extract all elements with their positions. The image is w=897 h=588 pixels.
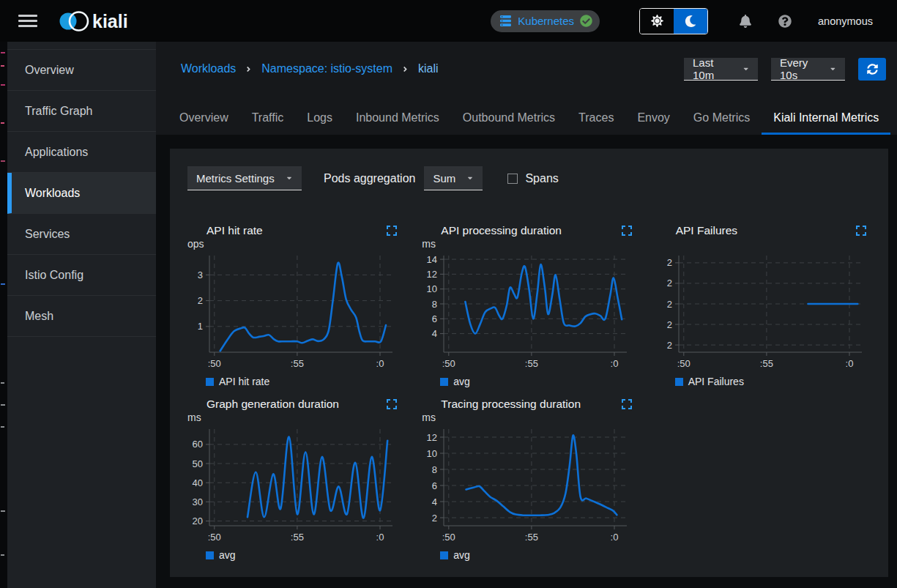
sidebar-item-overview[interactable]: Overview bbox=[7, 50, 156, 91]
legend-swatch bbox=[675, 378, 683, 386]
chart-title: API hit rate bbox=[206, 224, 263, 237]
svg-text:6: 6 bbox=[432, 313, 437, 324]
chart-plot-area: 12108642:50:55:0 bbox=[422, 425, 636, 548]
pods-aggregation-select[interactable]: Sum bbox=[424, 166, 483, 190]
cluster-name-label: Kubernetes bbox=[518, 15, 574, 27]
chart-unit-label bbox=[657, 239, 871, 251]
expand-chart-button[interactable] bbox=[622, 226, 632, 236]
sidebar-item-label: Overview bbox=[25, 64, 74, 77]
svg-text::55: :55 bbox=[291, 532, 304, 543]
sidebar-item-label: Workloads bbox=[25, 187, 80, 200]
chart-legend[interactable]: avg bbox=[440, 548, 636, 562]
chart-plot-area: 22222:50:55:0 bbox=[657, 251, 871, 374]
cluster-icon bbox=[499, 15, 512, 27]
tab-traces[interactable]: Traces bbox=[567, 101, 625, 135]
refresh-interval-value: Every 10s bbox=[780, 56, 822, 81]
tab-go-metrics[interactable]: Go Metrics bbox=[682, 101, 762, 135]
sidebar-item-label: Istio Config bbox=[25, 269, 83, 282]
metrics-settings-label: Metrics Settings bbox=[196, 172, 275, 185]
dark-theme-button[interactable] bbox=[674, 9, 707, 34]
legend-swatch bbox=[206, 378, 214, 386]
sidebar-item-label: Mesh bbox=[25, 310, 53, 323]
svg-text:1: 1 bbox=[198, 321, 203, 332]
pods-aggregation-value: Sum bbox=[433, 172, 455, 185]
tab-overview[interactable]: Overview bbox=[168, 101, 240, 135]
tab-inbound-metrics[interactable]: Inbound Metrics bbox=[344, 101, 451, 135]
svg-text::55: :55 bbox=[525, 358, 538, 369]
legend-swatch bbox=[440, 551, 448, 559]
svg-text:8: 8 bbox=[432, 464, 437, 475]
sun-icon bbox=[651, 15, 663, 27]
sidebar-item-istio-config[interactable]: Istio Config bbox=[7, 255, 156, 296]
expand-icon bbox=[622, 226, 632, 236]
svg-text::50: :50 bbox=[442, 358, 455, 369]
chevron-right-icon bbox=[245, 65, 253, 73]
tab-outbound-metrics[interactable]: Outbound Metrics bbox=[451, 101, 567, 135]
svg-text:8: 8 bbox=[432, 299, 437, 310]
tab-traffic[interactable]: Traffic bbox=[240, 101, 296, 135]
expand-chart-button[interactable] bbox=[856, 226, 866, 236]
chart-legend[interactable]: API Failures bbox=[675, 374, 871, 389]
tab-label: Outbound Metrics bbox=[463, 111, 555, 124]
sidebar-item-applications[interactable]: Applications bbox=[7, 132, 156, 173]
background-strip bbox=[0, 42, 7, 588]
breadcrumb-namespace-link[interactable]: Namespace: istio-system bbox=[261, 62, 392, 75]
chart-legend[interactable]: API hit rate bbox=[206, 374, 401, 389]
notifications-button[interactable] bbox=[739, 15, 752, 28]
nav-toggle-hamburger-icon[interactable] bbox=[18, 12, 37, 30]
metrics-settings-dropdown[interactable]: Metrics Settings bbox=[187, 166, 302, 190]
kiali-logo-icon: kiali bbox=[58, 8, 137, 34]
svg-text::55: :55 bbox=[760, 358, 773, 369]
chart-title: Graph generation duration bbox=[206, 398, 339, 411]
legend-label: API hit rate bbox=[219, 376, 269, 387]
expand-chart-button[interactable] bbox=[622, 399, 632, 409]
spans-checkbox[interactable] bbox=[507, 174, 518, 184]
sidebar-item-workloads[interactable]: Workloads bbox=[7, 173, 156, 214]
tab-label: Traffic bbox=[252, 111, 284, 124]
sidebar-item-traffic-graph[interactable]: Traffic Graph bbox=[7, 91, 156, 132]
svg-text:50: 50 bbox=[193, 458, 203, 469]
chart-title: API processing duration bbox=[441, 224, 562, 237]
check-circle-icon bbox=[580, 15, 592, 27]
tab-label: Traces bbox=[578, 111, 614, 124]
svg-text:4: 4 bbox=[432, 496, 437, 507]
legend-label: avg bbox=[453, 549, 470, 561]
legend-swatch bbox=[440, 378, 448, 386]
tab-label: Logs bbox=[307, 111, 332, 124]
cluster-selector-button[interactable]: Kubernetes bbox=[491, 10, 600, 32]
tab-label: Kiali Internal Metrics bbox=[773, 111, 879, 124]
chart-unit-label: ms bbox=[187, 412, 401, 425]
light-theme-button[interactable] bbox=[640, 9, 674, 34]
chart-plot-area: 141210864:50:55:0 bbox=[422, 251, 636, 374]
refresh-interval-select[interactable]: Every 10s bbox=[771, 58, 845, 81]
chart-legend[interactable]: avg bbox=[206, 548, 401, 562]
tab-logs[interactable]: Logs bbox=[295, 101, 344, 135]
charts-grid: API hit rate ops 321:50:55:0 API hit rat… bbox=[187, 223, 871, 562]
svg-text::55: :55 bbox=[525, 532, 538, 543]
svg-text::0: :0 bbox=[376, 358, 384, 369]
chart-api-processing-duration: API processing duration ms 141210864:50:… bbox=[422, 223, 636, 389]
breadcrumb-workloads-link[interactable]: Workloads bbox=[181, 62, 236, 75]
expand-chart-button[interactable] bbox=[387, 226, 397, 236]
duration-select[interactable]: Last 10m bbox=[684, 58, 758, 81]
page-content: Metrics Settings Pods aggregation Sum Sp… bbox=[156, 135, 897, 588]
sidebar-item-label: Traffic Graph bbox=[25, 105, 92, 118]
help-button[interactable] bbox=[778, 15, 792, 28]
sidebar-item-label: Applications bbox=[25, 146, 88, 159]
tab-envoy[interactable]: Envoy bbox=[625, 101, 681, 135]
sidebar-item-services[interactable]: Services bbox=[7, 214, 156, 255]
svg-text::0: :0 bbox=[376, 532, 384, 543]
expand-icon bbox=[622, 399, 632, 409]
chart-api-failures: API Failures 22222:50:55:0 API Failures bbox=[657, 223, 871, 389]
user-menu[interactable]: anonymous bbox=[818, 15, 873, 27]
chart-legend[interactable]: avg bbox=[440, 374, 636, 389]
svg-text:60: 60 bbox=[193, 439, 203, 450]
tab-kiali-internal-metrics[interactable]: Kiali Internal Metrics bbox=[762, 101, 890, 135]
sidebar-item-mesh[interactable]: Mesh bbox=[7, 296, 156, 337]
kiali-logo[interactable]: kiali bbox=[58, 8, 137, 34]
svg-text:20: 20 bbox=[193, 516, 203, 526]
theme-toggle-group bbox=[639, 8, 708, 34]
breadcrumb-current-workload[interactable]: kiali bbox=[418, 62, 439, 75]
refresh-button[interactable] bbox=[858, 58, 886, 81]
expand-chart-button[interactable] bbox=[387, 399, 397, 409]
